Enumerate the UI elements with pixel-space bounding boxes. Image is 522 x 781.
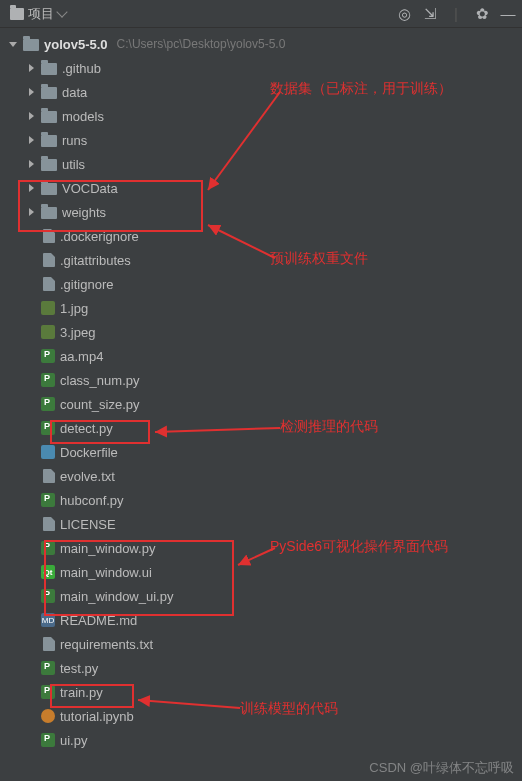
- tree-item[interactable]: data: [4, 80, 522, 104]
- project-tree: yolov5-5.0 C:\Users\pc\Desktop\yolov5-5.…: [0, 28, 522, 756]
- item-label: main_window_ui.py: [60, 589, 173, 604]
- expand-arrow-icon[interactable]: [26, 87, 36, 97]
- item-label: .dockerignore: [60, 229, 139, 244]
- target-icon[interactable]: ◎: [396, 6, 412, 22]
- py-icon: [41, 421, 55, 435]
- tree-item[interactable]: main_window_ui.py: [4, 584, 522, 608]
- toolbar: 项目 ◎ ⇲ | ✿ —: [0, 0, 522, 28]
- arrow-placeholder: [26, 471, 36, 481]
- arrow-placeholder: [26, 543, 36, 553]
- item-label: 1.jpg: [60, 301, 88, 316]
- item-label: LICENSE: [60, 517, 116, 532]
- file-icon: [43, 637, 55, 651]
- arrow-placeholder: [26, 231, 36, 241]
- tree-item[interactable]: .gitignore: [4, 272, 522, 296]
- tree-root[interactable]: yolov5-5.0 C:\Users\pc\Desktop\yolov5-5.…: [4, 32, 522, 56]
- py-icon: [41, 685, 55, 699]
- arrow-placeholder: [26, 279, 36, 289]
- arrow-placeholder: [26, 519, 36, 529]
- expand-arrow-icon[interactable]: [26, 207, 36, 217]
- arrow-placeholder: [26, 495, 36, 505]
- item-label: detect.py: [60, 421, 113, 436]
- item-label: evolve.txt: [60, 469, 115, 484]
- tree-item[interactable]: models: [4, 104, 522, 128]
- item-label: aa.mp4: [60, 349, 103, 364]
- item-label: train.py: [60, 685, 103, 700]
- folder-icon: [41, 207, 57, 219]
- folder-icon: [41, 135, 57, 147]
- tree-item[interactable]: VOCData: [4, 176, 522, 200]
- nb-icon: [41, 709, 55, 723]
- file-icon: [43, 469, 55, 483]
- expand-arrow-icon[interactable]: [26, 183, 36, 193]
- tree-item[interactable]: ui.py: [4, 728, 522, 752]
- tree-item[interactable]: runs: [4, 128, 522, 152]
- item-label: class_num.py: [60, 373, 139, 388]
- tree-item[interactable]: Qtmain_window.ui: [4, 560, 522, 584]
- arrow-placeholder: [26, 687, 36, 697]
- item-label: utils: [62, 157, 85, 172]
- arrow-placeholder: [26, 447, 36, 457]
- item-label: main_window.ui: [60, 565, 152, 580]
- tree-item[interactable]: detect.py: [4, 416, 522, 440]
- tree-item[interactable]: train.py: [4, 680, 522, 704]
- ui-icon: Qt: [41, 565, 55, 579]
- chevron-down-icon: [56, 6, 67, 17]
- expand-arrow-icon[interactable]: [26, 63, 36, 73]
- tree-item[interactable]: main_window.py: [4, 536, 522, 560]
- py-icon: [41, 397, 55, 411]
- tree-item[interactable]: test.py: [4, 656, 522, 680]
- tree-item[interactable]: .dockerignore: [4, 224, 522, 248]
- expand-arrow-icon[interactable]: [26, 135, 36, 145]
- item-label: .gitignore: [60, 277, 113, 292]
- tree-item[interactable]: LICENSE: [4, 512, 522, 536]
- tree-item[interactable]: utils: [4, 152, 522, 176]
- arrow-placeholder: [26, 351, 36, 361]
- py-icon: [41, 589, 55, 603]
- py-icon: [41, 541, 55, 555]
- tree-item[interactable]: count_size.py: [4, 392, 522, 416]
- tree-item[interactable]: hubconf.py: [4, 488, 522, 512]
- arrow-placeholder: [26, 375, 36, 385]
- tree-item[interactable]: class_num.py: [4, 368, 522, 392]
- file-icon: [43, 253, 55, 267]
- tree-item[interactable]: tutorial.ipynb: [4, 704, 522, 728]
- item-label: ui.py: [60, 733, 87, 748]
- tree-item[interactable]: aa.mp4: [4, 344, 522, 368]
- root-path: C:\Users\pc\Desktop\yolov5-5.0: [117, 37, 286, 51]
- expand-icon[interactable]: ⇲: [422, 6, 438, 22]
- py-icon: [41, 733, 55, 747]
- arrow-placeholder: [26, 303, 36, 313]
- expand-arrow-icon[interactable]: [26, 159, 36, 169]
- item-label: weights: [62, 205, 106, 220]
- folder-icon: [10, 8, 24, 20]
- tree-item[interactable]: Dockerfile: [4, 440, 522, 464]
- folder-icon: [23, 39, 39, 51]
- tree-item[interactable]: .gitattributes: [4, 248, 522, 272]
- item-label: main_window.py: [60, 541, 155, 556]
- expand-arrow-icon[interactable]: [26, 111, 36, 121]
- arrow-placeholder: [26, 735, 36, 745]
- minimize-icon[interactable]: —: [500, 6, 516, 22]
- item-label: count_size.py: [60, 397, 140, 412]
- arrow-placeholder: [26, 327, 36, 337]
- tree-item[interactable]: MDREADME.md: [4, 608, 522, 632]
- file-icon: [43, 229, 55, 243]
- tree-item[interactable]: .github: [4, 56, 522, 80]
- tree-item[interactable]: evolve.txt: [4, 464, 522, 488]
- tree-item[interactable]: requirements.txt: [4, 632, 522, 656]
- root-name: yolov5-5.0: [44, 37, 108, 52]
- item-label: .gitattributes: [60, 253, 131, 268]
- gear-icon[interactable]: ✿: [474, 6, 490, 22]
- project-label: 项目: [28, 5, 54, 23]
- item-label: hubconf.py: [60, 493, 124, 508]
- arrow-placeholder: [26, 711, 36, 721]
- expand-arrow-icon[interactable]: [8, 39, 18, 49]
- item-label: requirements.txt: [60, 637, 153, 652]
- tree-item[interactable]: weights: [4, 200, 522, 224]
- tree-item[interactable]: 1.jpg: [4, 296, 522, 320]
- folder-icon: [41, 183, 57, 195]
- tree-item[interactable]: 3.jpeg: [4, 320, 522, 344]
- arrow-placeholder: [26, 591, 36, 601]
- project-dropdown[interactable]: 项目: [6, 3, 70, 25]
